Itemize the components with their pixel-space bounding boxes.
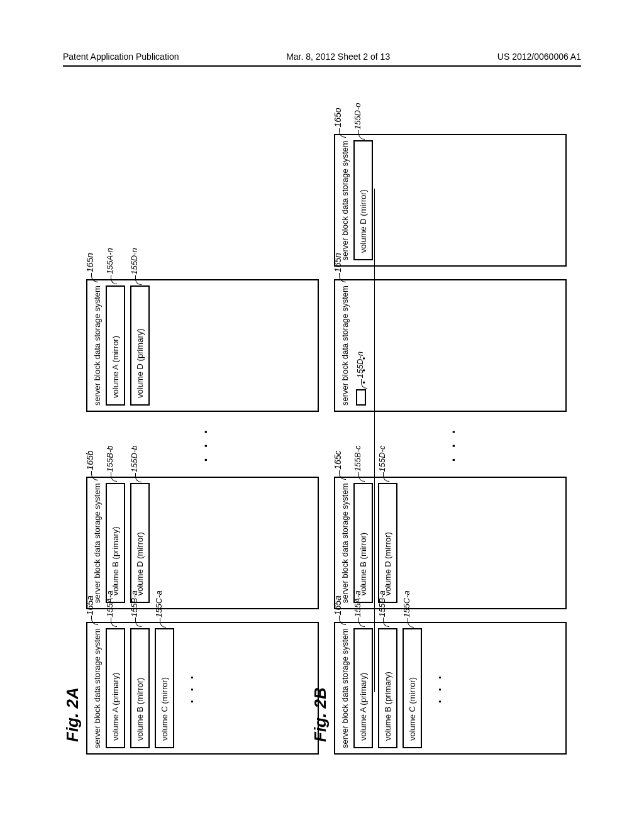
system-label: server block data storage system — [92, 484, 102, 604]
volume-label: volume A (primary) — [111, 673, 120, 741]
volume-box: volume B (primary) 155B-b — [106, 484, 125, 604]
volume-box: volume B (primary) 155B-a — [378, 628, 397, 748]
volume-label: volume D (mirror) — [358, 189, 368, 253]
system-165o: 165o server block data storage system vo… — [334, 134, 567, 267]
ref-label: 155D-b — [130, 446, 139, 473]
volume-box: volume C (mirror) 155C-a — [155, 628, 174, 748]
volume-box: volume A (mirror) 155A-n — [106, 285, 125, 406]
volume-box: volume D (mirror) 155D-b — [130, 484, 150, 604]
volume-box-blank: 155D-n — [356, 389, 366, 406]
volume-label: volume B (primary) — [383, 672, 392, 741]
system-165b: 165b server block data storage system vo… — [86, 477, 319, 610]
volume-label: volume D (primary) — [135, 328, 145, 398]
ref-label: 165o — [333, 108, 343, 127]
ref-label: 165c — [333, 451, 343, 470]
ellipsis-icon: . . . — [334, 424, 567, 465]
figure-2a: Fig. 2A 165a server block data storage s… — [63, 88, 333, 755]
ref-label: 155B-b — [105, 446, 114, 472]
ref-label: 155D-n — [355, 351, 365, 379]
ref-label: 165n — [85, 253, 95, 272]
volume-box: volume A (primary) 155A-a — [106, 628, 125, 748]
header-left: Patent Application Publication — [63, 52, 179, 62]
header-mid: Mar. 8, 2012 Sheet 2 of 13 — [286, 52, 390, 62]
volume-box: volume A (primary) 155A-a — [353, 628, 373, 748]
ref-label: 155A-n — [105, 248, 114, 274]
system-165a: 165a server block data storage system vo… — [86, 622, 319, 755]
system-label: server block data storage system — [92, 285, 102, 406]
page-header: Patent Application Publication Mar. 8, 2… — [63, 52, 581, 67]
volume-label: volume B (mirror) — [358, 533, 368, 595]
system-label: server block data storage system — [340, 285, 350, 406]
figure-2a-title: Fig. 2A — [63, 88, 82, 742]
volume-box: volume B (mirror) 155B-a — [130, 628, 150, 748]
ref-label: 155D-o — [353, 102, 362, 130]
volume-label: volume A (primary) — [358, 673, 368, 741]
header-right: US 2012/0060006 A1 — [497, 52, 581, 62]
ref-label: 155B-c — [353, 446, 362, 472]
ellipsis-icon: . . . — [430, 628, 444, 748]
volume-label: volume D (mirror) — [135, 532, 145, 595]
system-165a-b: 165a server block data storage system vo… — [334, 622, 567, 755]
figure-2b: Fig. 2B 165a server block data storage s… — [311, 88, 581, 755]
figure-2a-systems: 165a server block data storage system vo… — [86, 88, 319, 755]
ref-label: 155D-c — [377, 446, 387, 472]
ref-label: 155D-n — [130, 248, 139, 275]
volume-label: volume D (mirror) — [383, 532, 392, 595]
volume-label: volume A (mirror) — [111, 336, 120, 398]
volume-box: volume D (mirror) 155D-o — [353, 140, 373, 260]
volume-label: volume C (mirror) — [160, 677, 169, 741]
volume-box: volume B (mirror) 155B-c — [353, 484, 373, 604]
system-165n-b: 165n server block data storage system 15… — [334, 279, 567, 412]
system-165c: 165c server block data storage system vo… — [334, 477, 567, 610]
volume-box: volume C (mirror) 155C-a — [402, 628, 422, 748]
system-165n: 165n server block data storage system vo… — [86, 279, 319, 412]
system-label: server block data storage system — [340, 484, 350, 604]
system-label: server block data storage system — [340, 140, 350, 260]
ellipsis-icon: . . . — [182, 628, 196, 748]
volume-label: volume C (mirror) — [408, 677, 417, 741]
drawing-area: Fig. 2A 165a server block data storage s… — [63, 88, 581, 767]
volume-box: volume D (mirror) 155D-c — [378, 484, 397, 604]
ref-label: 165b — [85, 451, 95, 470]
system-label: server block data storage system — [92, 628, 102, 748]
figure-2b-title: Fig. 2B — [311, 88, 330, 742]
volume-box: volume D (primary) 155D-n — [130, 285, 150, 406]
volume-label: volume B (primary) — [111, 526, 120, 595]
figure-2b-systems: 165a server block data storage system vo… — [334, 88, 567, 755]
volume-label: volume B (mirror) — [135, 678, 145, 741]
ellipsis-icon: . . . — [86, 424, 319, 465]
system-label: server block data storage system — [340, 628, 350, 748]
